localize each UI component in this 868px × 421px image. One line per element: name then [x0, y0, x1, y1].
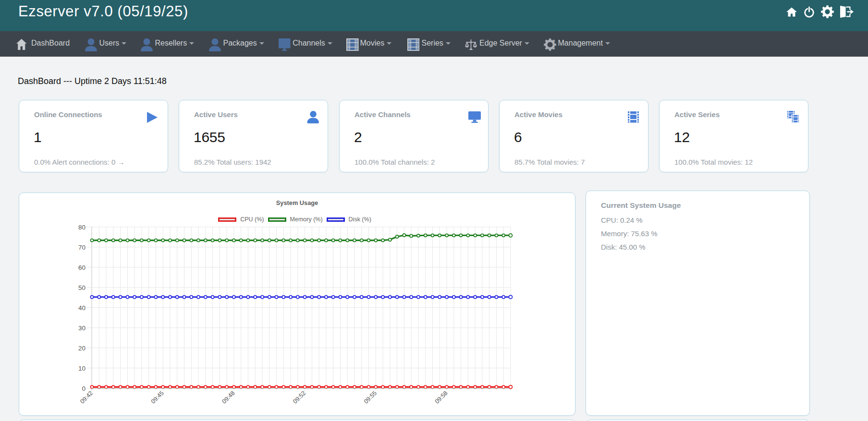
svg-text:70: 70	[78, 244, 86, 251]
svg-text:20: 20	[78, 345, 86, 352]
svg-text:40: 40	[78, 304, 86, 312]
svg-text:0: 0	[82, 385, 86, 392]
svg-text:80: 80	[78, 224, 86, 231]
svg-text:10: 10	[78, 365, 86, 372]
svg-text:60: 60	[78, 264, 86, 271]
svg-text:30: 30	[78, 325, 86, 332]
svg-text:50: 50	[78, 284, 86, 291]
